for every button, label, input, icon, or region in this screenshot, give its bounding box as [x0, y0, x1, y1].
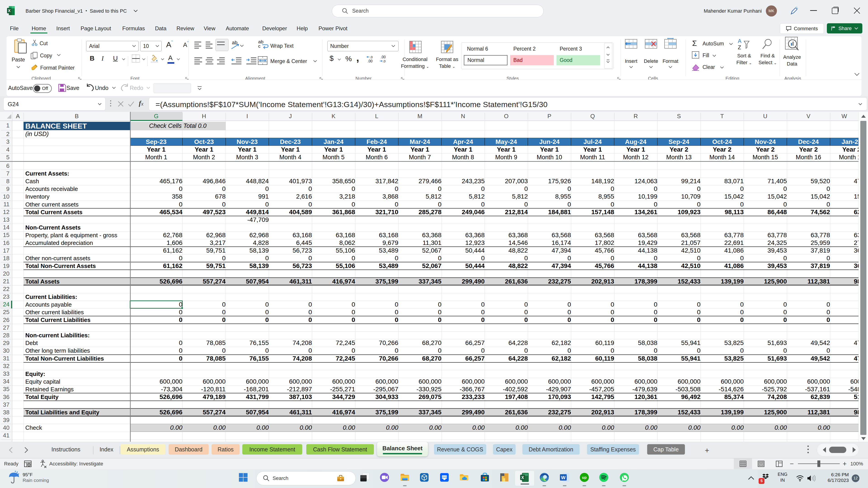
svg-text:.0: .0 [383, 59, 385, 63]
svg-text:A: A [738, 38, 741, 44]
svg-text:.00: .00 [368, 59, 373, 63]
svg-text:W: W [561, 475, 565, 480]
svg-text:X: X [8, 8, 11, 13]
svg-text:X: X [521, 475, 524, 480]
svg-text:Z: Z [738, 44, 741, 51]
svg-text:up: up [582, 475, 587, 480]
svg-text:.0: .0 [370, 55, 373, 59]
svg-text:.00: .00 [381, 55, 385, 59]
